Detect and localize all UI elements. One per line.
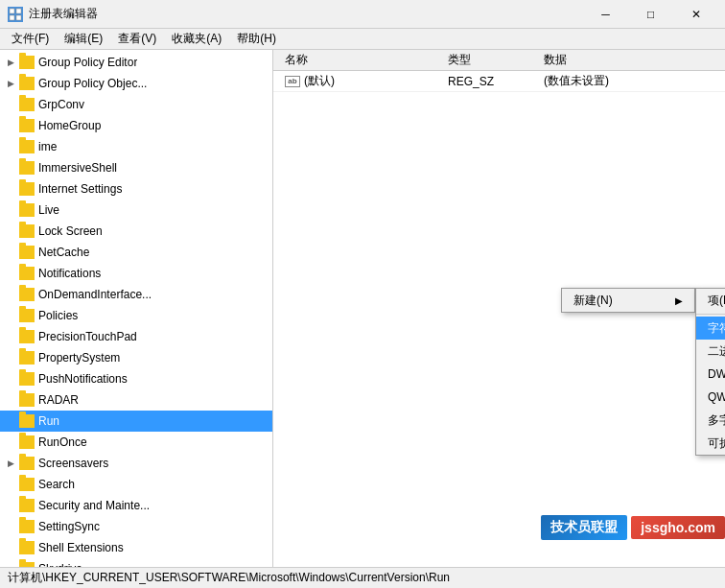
submenu-item-dword[interactable]: DWORD (32 位)值(D) xyxy=(696,363,725,386)
submenu-item-binary[interactable]: 二进制值(B) xyxy=(696,340,725,363)
submenu-separator xyxy=(696,314,725,315)
minimize-button[interactable]: ─ xyxy=(584,2,627,26)
tree-item[interactable]: NetCache xyxy=(0,242,272,263)
folder-icon xyxy=(19,351,35,365)
folder-icon xyxy=(19,457,35,470)
tree-item-label: GrpConv xyxy=(38,98,84,111)
tree-item[interactable]: Skydrive xyxy=(0,558,272,567)
watermark-text2: jssgho.com xyxy=(631,516,725,539)
folder-icon xyxy=(19,393,35,407)
tree-item-label: SettingSync xyxy=(38,520,100,533)
menu-view[interactable]: 查看(V) xyxy=(110,29,164,49)
close-button[interactable]: ✕ xyxy=(674,2,717,26)
tree-item[interactable]: Search xyxy=(0,474,272,495)
tree-item[interactable]: OnDemandInterface... xyxy=(0,284,272,305)
folder-icon xyxy=(19,499,35,512)
col-type: 类型 xyxy=(440,52,536,68)
status-bar: 计算机\HKEY_CURRENT_USER\SOFTWARE\Microsoft… xyxy=(0,567,725,588)
folder-icon xyxy=(19,520,35,533)
tree-item[interactable]: ImmersiveShell xyxy=(0,157,272,178)
tree-item[interactable]: Live xyxy=(0,200,272,221)
tree-item[interactable]: Lock Screen xyxy=(0,221,272,242)
tree-item-label: Group Policy Objec... xyxy=(38,77,147,90)
tree-item[interactable]: RunOnce xyxy=(0,432,272,453)
tree-item-label: Notifications xyxy=(38,267,101,280)
tree-item[interactable]: HomeGroup xyxy=(0,115,272,136)
tree-item-label: Run xyxy=(38,414,59,428)
tree-item-label: Lock Screen xyxy=(38,224,103,238)
tree-item[interactable]: SettingSync xyxy=(0,516,272,537)
window-controls: ─ □ ✕ xyxy=(584,2,717,26)
col-data: 数据 xyxy=(536,52,721,68)
tree-arrow-icon: ▶ xyxy=(8,459,19,468)
folder-icon xyxy=(19,182,35,196)
svg-rect-0 xyxy=(10,9,14,13)
tree-item-label: ImmersiveShell xyxy=(38,161,117,175)
svg-rect-3 xyxy=(16,15,21,20)
tree-pane[interactable]: ▶Group Policy Editor▶Group Policy Objec.… xyxy=(0,50,273,567)
content-area: ▶Group Policy Editor▶Group Policy Objec.… xyxy=(0,50,725,567)
detail-pane[interactable]: 名称 类型 数据 ab (默认) REG_SZ (数值未设置) 新建(N) ▶ xyxy=(273,50,725,567)
tree-item[interactable]: Run xyxy=(0,411,272,432)
menu-favorites[interactable]: 收藏夹(A) xyxy=(164,29,229,49)
folder-icon xyxy=(19,414,35,428)
tree-item[interactable]: Notifications xyxy=(0,263,272,284)
tree-item[interactable]: Policies xyxy=(0,305,272,326)
tree-item[interactable]: Shell Extensions xyxy=(0,537,272,558)
col-name: 名称 xyxy=(277,52,440,68)
tree-item[interactable]: ime xyxy=(0,136,272,157)
tree-item-label: Policies xyxy=(38,309,78,322)
tree-item-label: PushNotifications xyxy=(38,372,128,386)
folder-icon xyxy=(19,140,35,153)
menu-edit[interactable]: 编辑(E) xyxy=(57,29,110,49)
folder-icon xyxy=(19,309,35,322)
tree-item[interactable]: PrecisionTouchPad xyxy=(0,326,272,347)
maximize-button[interactable]: □ xyxy=(629,2,672,26)
tree-item[interactable]: GrpConv xyxy=(0,94,272,115)
submenu-item-qword[interactable]: QWORD (64 位)值(Q) xyxy=(696,386,725,409)
tree-item[interactable]: RADAR xyxy=(0,389,272,411)
cell-data: (数值未设置) xyxy=(536,73,721,89)
tree-item[interactable]: Security and Mainte... xyxy=(0,495,272,516)
title-bar: 注册表编辑器 ─ □ ✕ xyxy=(0,0,725,29)
context-menu-new[interactable]: 新建(N) ▶ xyxy=(562,289,694,312)
tree-item-label: Search xyxy=(38,478,75,491)
tree-item[interactable]: PropertySystem xyxy=(0,347,272,368)
svg-rect-2 xyxy=(10,15,14,20)
submenu: 项(K) 字符串值(S) 二进制值(B) DWORD (32 位)值(D) QW… xyxy=(695,288,725,456)
detail-header: 名称 类型 数据 xyxy=(273,50,725,71)
tree-item-label: ime xyxy=(38,140,57,153)
tree-item[interactable]: ▶Group Policy Objec... xyxy=(0,73,272,94)
tree-item[interactable]: ▶Screensavers xyxy=(0,453,272,474)
folder-icon xyxy=(19,246,35,259)
tree-item-label: Group Policy Editor xyxy=(38,56,137,69)
submenu-item-multistring[interactable]: 多字符串值(M) xyxy=(696,409,725,432)
svg-rect-1 xyxy=(16,9,21,13)
tree-item[interactable]: PushNotifications xyxy=(0,368,272,389)
folder-icon xyxy=(19,562,35,567)
main-container: ▶Group Policy Editor▶Group Policy Objec.… xyxy=(0,50,725,588)
tree-item-label: HomeGroup xyxy=(38,119,101,132)
tree-item-label: PropertySystem xyxy=(38,351,120,365)
detail-row[interactable]: ab (默认) REG_SZ (数值未设置) xyxy=(273,71,725,92)
submenu-item-key[interactable]: 项(K) xyxy=(696,289,725,312)
cell-type: REG_SZ xyxy=(440,75,536,88)
tree-item-label: Internet Settings xyxy=(38,182,122,196)
tree-item[interactable]: Internet Settings xyxy=(0,178,272,200)
menu-file[interactable]: 文件(F) xyxy=(4,29,57,49)
cell-name: ab (默认) xyxy=(277,73,440,89)
folder-icon xyxy=(19,267,35,280)
tree-item-label: PrecisionTouchPad xyxy=(38,330,137,343)
menu-help[interactable]: 帮助(H) xyxy=(229,29,284,49)
folder-icon xyxy=(19,203,35,217)
folder-icon xyxy=(19,56,35,69)
submenu-item-expandstring[interactable]: 可扩充字符串值(E) xyxy=(696,432,725,455)
window-title: 注册表编辑器 xyxy=(29,6,584,22)
submenu-item-string[interactable]: 字符串值(S) xyxy=(696,317,725,340)
folder-icon xyxy=(19,330,35,343)
folder-icon xyxy=(19,541,35,554)
submenu-arrow-icon: ▶ xyxy=(675,295,683,306)
tree-item[interactable]: ▶Group Policy Editor xyxy=(0,52,272,73)
tree-item-label: RunOnce xyxy=(38,435,87,449)
status-text: 计算机\HKEY_CURRENT_USER\SOFTWARE\Microsoft… xyxy=(8,570,450,586)
